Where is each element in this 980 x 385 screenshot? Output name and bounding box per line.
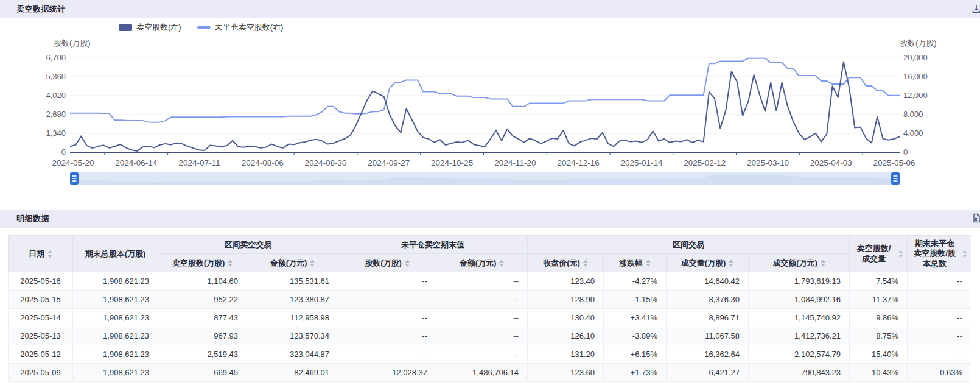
cell-change-pct: -4.27% — [604, 272, 667, 291]
cell-volume: 6,421.27 — [667, 364, 749, 382]
cell-date: 2025-05-09 — [9, 364, 73, 382]
legend-item-short-shares[interactable]: 卖空股数(左) — [119, 22, 181, 33]
cell-turnover: 2,102,574.79 — [749, 345, 850, 364]
download-icon[interactable] — [971, 4, 980, 15]
detail-section-title: 明细数据 — [16, 213, 49, 224]
cell-short-amount: 112,958.98 — [247, 309, 338, 327]
sort-caret[interactable] — [729, 260, 733, 267]
sort-caret[interactable] — [405, 260, 410, 267]
cell-turnover: 790,843.23 — [749, 364, 850, 382]
table-row: 2025-05-161,908,621.231,104.60135,531.61… — [9, 272, 971, 291]
table-row: 2025-05-141,908,621.23877.43112,958.98--… — [9, 309, 971, 327]
cell-total-share-capital: 1,908,621.23 — [73, 364, 158, 382]
cell-total-share-capital: 1,908,621.23 — [73, 272, 158, 291]
export-excel-icon[interactable] — [971, 213, 980, 224]
left-axis-tick-label: 1,340 — [46, 129, 66, 138]
sort-caret[interactable] — [310, 260, 315, 267]
cell-close-price: 130.40 — [528, 309, 604, 327]
cell-change-pct: -1.15% — [604, 291, 667, 309]
cell-open-amount: -- — [436, 345, 528, 364]
cell-open-shares: -- — [338, 345, 436, 364]
cell-change-pct: -3.89% — [604, 327, 667, 345]
cell-total-share-capital: 1,908,621.23 — [73, 309, 158, 327]
group-header-interval-trading: 区间交易 — [528, 236, 850, 254]
col-header-turnover[interactable]: 成交额(万元) — [749, 254, 850, 272]
x-axis-tick-label: 2024-07-11 — [179, 158, 220, 168]
cell-date: 2025-05-16 — [9, 272, 73, 291]
table-body: 2025-05-161,908,621.231,104.60135,531.61… — [9, 272, 971, 382]
cell-short-shares: 669.45 — [158, 364, 247, 382]
cell-short-ratio: 8.75% — [850, 327, 908, 345]
cell-short-amount: 82,469.01 — [247, 364, 338, 382]
cell-change-pct: +1.73% — [604, 364, 667, 382]
col-header-change-pct[interactable]: 涨跌幅 — [604, 254, 667, 272]
sort-caret[interactable] — [47, 250, 52, 258]
cell-close-price: 128.90 — [528, 291, 604, 309]
sort-caret[interactable] — [646, 260, 651, 267]
x-axis-tick-label: 2024-11-20 — [494, 158, 536, 168]
table-row: 2025-05-151,908,621.23952.22123,380.87--… — [9, 291, 971, 309]
col-header-close-price[interactable]: 收盘价(元) — [528, 254, 604, 272]
cell-close-price: 123.40 — [528, 272, 604, 291]
left-axis-tick-label: 4,020 — [46, 91, 66, 100]
cell-open-shares: -- — [338, 291, 436, 309]
sort-caret[interactable] — [583, 260, 588, 267]
cell-turnover: 1,145,740.92 — [749, 309, 850, 327]
right-axis-tick-label: 0 — [903, 147, 908, 157]
col-header-open-shares[interactable]: 股数(万股) — [338, 254, 436, 272]
col-header-short-shares[interactable]: 卖空股数(万股) — [158, 254, 247, 272]
table-header: 日期 期末总股本(万股) 区间卖空交易 未平仓卖空期末值 区间交易 卖空股数/成… — [9, 236, 971, 272]
cell-short-amount: 323,044.87 — [247, 345, 338, 364]
dual-axis-line-chart: 6,70020,0005,36016,0004,02012,0002,6808,… — [0, 18, 980, 201]
col-header-open-amount[interactable]: 金额(万元) — [436, 254, 528, 272]
cell-total-share-capital: 1,908,621.23 — [73, 327, 158, 345]
cell-open-ratio: 0.63% — [908, 364, 971, 382]
table-row: 2025-05-121,908,621.232,519.43323,044.87… — [9, 345, 971, 364]
right-axis-tick-label: 16,000 — [903, 72, 928, 81]
cell-total-share-capital: 1,908,621.23 — [73, 291, 158, 309]
cell-open-amount: 1,486,706.14 — [436, 364, 528, 382]
x-axis-tick-label: 2024-06-14 — [115, 158, 158, 168]
sort-caret[interactable] — [962, 250, 967, 258]
cell-open-amount: -- — [436, 272, 528, 291]
cell-open-ratio: -- — [908, 272, 971, 291]
cell-volume: 11,067.58 — [667, 327, 749, 345]
legend-line-marker — [197, 26, 211, 29]
col-header-short-amount[interactable]: 金额(万元) — [247, 254, 338, 272]
col-header-open-ratio[interactable]: 期末未平仓卖空股数/股本总数 — [908, 236, 971, 272]
cell-change-pct: +3.41% — [604, 309, 667, 327]
cell-open-ratio: -- — [908, 291, 971, 309]
x-axis-tick-label: 2024-05-20 — [52, 158, 94, 168]
cell-open-amount: -- — [436, 309, 528, 327]
cell-short-shares: 2,519.43 — [158, 345, 247, 364]
cell-open-ratio: -- — [908, 345, 971, 364]
right-axis-tick-label: 12,000 — [903, 91, 928, 100]
cell-short-ratio: 15.40% — [850, 345, 908, 364]
cell-short-ratio: 11.37% — [850, 291, 908, 309]
right-axis-tick-label: 8,000 — [903, 110, 923, 119]
cell-short-amount: 123,380.87 — [247, 291, 338, 309]
x-axis-tick-label: 2025-02-12 — [684, 158, 726, 168]
x-axis-tick-label: 2024-08-30 — [305, 158, 347, 168]
col-header-volume[interactable]: 成交量(万股) — [667, 254, 749, 272]
sort-caret[interactable] — [821, 260, 825, 267]
col-header-total-share-capital: 期末总股本(万股) — [73, 236, 158, 272]
sort-caret[interactable] — [898, 250, 903, 258]
cell-open-ratio: -- — [908, 327, 971, 345]
col-header-short-ratio[interactable]: 卖空股数/成交量 — [850, 236, 908, 272]
x-axis-tick-label: 2024-08-06 — [242, 158, 284, 168]
cell-short-shares: 952.22 — [158, 291, 247, 309]
table-row: 2025-05-131,908,621.23967.93123,570.34--… — [9, 327, 971, 345]
left-axis-tick-label: 2,680 — [46, 110, 66, 119]
sort-caret[interactable] — [499, 260, 504, 267]
x-axis-tick-label: 2024-12-16 — [558, 158, 600, 168]
sort-caret[interactable] — [228, 260, 233, 267]
x-axis-tick-label: 2024-09-27 — [368, 158, 410, 168]
legend-label: 卖空股数(左) — [136, 22, 181, 33]
detail-section-header: 明细数据 — [0, 210, 980, 228]
cell-close-price: 131.20 — [528, 345, 604, 364]
col-header-date[interactable]: 日期 — [9, 236, 73, 272]
legend-item-open-short-shares[interactable]: 未平仓卖空股数(右) — [197, 22, 284, 33]
cell-open-shares: 12,028.37 — [338, 364, 436, 382]
series-open-short-shares-line — [70, 58, 900, 122]
